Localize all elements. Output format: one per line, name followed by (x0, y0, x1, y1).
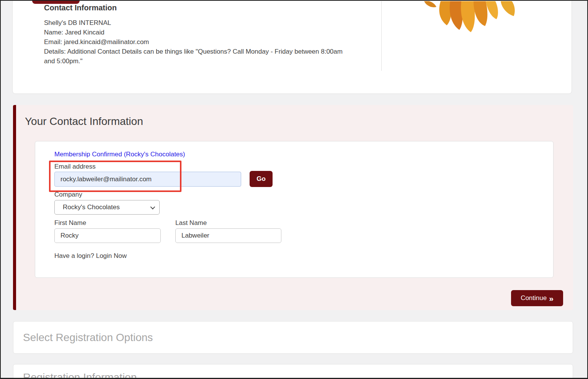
email-address-input[interactable] (54, 172, 241, 187)
registration-information-heading: Registration Information (23, 371, 137, 379)
contact-info-card: Contact Information Shelly's DB INTERNAL… (12, 0, 572, 94)
go-button[interactable]: Go (250, 171, 273, 187)
continue-button-label: Continue (521, 294, 547, 302)
contact-info-text: Shelly's DB INTERNAL Name: Jared Kincaid… (44, 18, 354, 66)
membership-confirmed-link[interactable]: Membership Confirmed (Rocky's Chocolates… (54, 151, 185, 158)
contact-info-heading: Contact Information (44, 3, 117, 12)
login-prompt-row: Have a login? Login Now (54, 252, 127, 260)
contact-line-details: Details: Additional Contact Details can … (44, 47, 354, 66)
contact-line-org: Shelly's DB INTERNAL (44, 18, 354, 28)
chevron-down-icon (150, 204, 155, 209)
registration-information-section: Registration Information (13, 364, 573, 379)
clipped-button-top[interactable] (32, 1, 80, 4)
your-contact-information-section: Your Contact Information Membership Conf… (13, 105, 573, 310)
select-registration-options-heading: Select Registration Options (23, 331, 153, 344)
first-name-input[interactable] (54, 228, 161, 243)
continue-button[interactable]: Continue » (511, 290, 563, 306)
company-selected-value: Rocky's Chocolates (63, 203, 120, 211)
first-name-label: First Name (54, 219, 86, 227)
select-registration-options-section: Select Registration Options (13, 321, 573, 354)
login-prompt-text: Have a login? (54, 252, 96, 259)
company-label: Company (54, 191, 82, 199)
company-select[interactable]: Rocky's Chocolates (54, 200, 160, 215)
login-now-link[interactable]: Login Now (96, 252, 127, 259)
last-name-input[interactable] (175, 228, 281, 243)
contact-line-name: Name: Jared Kincaid (44, 28, 354, 37)
contact-line-email: Email: jared.kincaid@mailinator.com (44, 37, 354, 47)
vertical-divider (381, 1, 382, 71)
contact-form-card: Membership Confirmed (Rocky's Chocolates… (35, 141, 554, 278)
flower-image (420, 1, 516, 47)
double-chevron-right-icon: » (549, 294, 554, 302)
last-name-label: Last Name (175, 219, 207, 227)
email-address-label: Email address (54, 163, 96, 171)
your-contact-information-heading: Your Contact Information (25, 115, 143, 128)
